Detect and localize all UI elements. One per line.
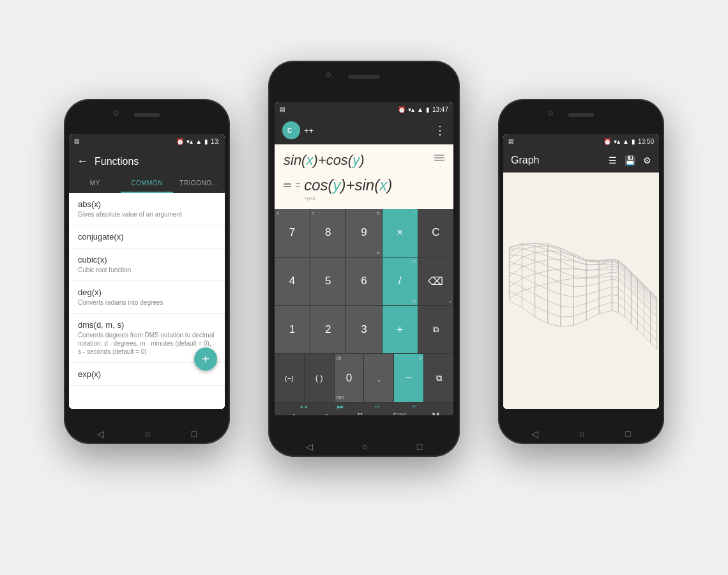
center-battery-icon: ▮ <box>426 106 430 113</box>
key-3[interactable]: 3 <box>346 306 381 354</box>
left-battery-icon: ▮ <box>204 138 208 145</box>
functions-screen: ← Functions MY COMMON TRIGONO... <box>69 148 225 409</box>
center-speaker <box>348 75 380 79</box>
key-1[interactable]: 1 <box>275 306 310 354</box>
functions-list: abs(x) Gives absolute value of an argume… <box>69 193 225 409</box>
graph-list-icon[interactable]: ☰ <box>609 155 617 165</box>
right-nav-bar: ◁ ○ □ <box>498 429 664 439</box>
left-nav-back[interactable]: ◁ <box>97 429 104 439</box>
func-name-deg: deg(x) <box>78 288 216 297</box>
list-item[interactable]: abs(x) Gives absolute value of an argume… <box>69 193 225 226</box>
center-time: 13:47 <box>432 106 448 113</box>
tab-my[interactable]: MY <box>69 174 121 193</box>
tab-common[interactable]: COMMON <box>121 174 172 193</box>
list-item[interactable]: cubic(x) Cubic root function <box>69 249 225 281</box>
func-name-abs: abs(x) <box>78 199 216 209</box>
calc-logo: C ++ <box>282 121 314 139</box>
graph-save-icon[interactable]: 💾 <box>625 155 635 165</box>
key-2[interactable]: 2 <box>310 306 345 354</box>
func-name-conjugate: conjugate(x) <box>78 232 216 241</box>
calc-toolbar: C ++ ⋮ <box>275 116 453 144</box>
left-time: 13: <box>211 138 220 145</box>
keys-row-3: 1 2 3 + ⧉ <box>275 306 453 354</box>
right-battery-icon: ▮ <box>632 138 635 145</box>
func-desc-cubic: Cubic root function <box>78 266 216 274</box>
app-logo-icon: C <box>282 121 300 139</box>
right-status-bar: ▤ ⏰ ▾▴ ▲ ▮ 13:50 <box>503 134 659 148</box>
left-nav-home[interactable]: ○ <box>145 429 150 439</box>
right-nav-back[interactable]: ◁ <box>531 429 538 439</box>
key-7[interactable]: x 7 <box>275 209 310 257</box>
key-negative[interactable]: (−) <box>275 354 304 402</box>
graph-view <box>503 172 659 409</box>
key-memory[interactable]: undo redo M <box>418 402 453 415</box>
calc-expression: sin(x)+cos(y) <box>284 152 365 172</box>
key-6[interactable]: 6 <box>346 257 381 305</box>
functions-tabs: MY COMMON TRIGONO... <box>69 174 225 193</box>
center-status-icon: ▤ <box>280 106 285 112</box>
right-signal-icon: ▾▴ <box>614 138 620 145</box>
center-nav-home[interactable]: ○ <box>362 441 367 452</box>
key-9[interactable]: π e 9 <box>346 209 381 257</box>
app-logo-text: ++ <box>304 126 314 135</box>
func-desc-abs: Gives absolute value of an argument <box>78 210 216 218</box>
right-wifi-icon: ▲ <box>623 138 629 145</box>
center-status-bar: ▤ ⏰ ▾▴ ▲ ▮ 13:47 <box>275 102 453 116</box>
left-camera <box>114 111 119 116</box>
right-nav-home[interactable]: ○ <box>579 429 584 439</box>
center-wifi-icon: ▲ <box>417 106 423 113</box>
keys-row-4: (−) ( ) 00 000 0 , . <box>275 354 453 402</box>
right-alarm-icon: ⏰ <box>603 138 611 145</box>
key-clear[interactable]: C <box>418 209 453 257</box>
center-screen: ▤ ⏰ ▾▴ ▲ ▮ 13:47 C <box>275 102 453 415</box>
list-item[interactable]: conjugate(x) <box>69 226 225 249</box>
tab-trigono[interactable]: TRIGONO... <box>173 174 225 193</box>
add-function-button[interactable]: + <box>194 348 217 371</box>
key-functions[interactable]: +f F(X) <box>383 402 418 415</box>
svg-rect-2 <box>503 172 659 409</box>
key-parens[interactable]: ( ) <box>305 354 334 402</box>
func-name-dms: dms(d, m, s) <box>78 320 216 330</box>
center-nav-back[interactable]: ◁ <box>306 441 313 452</box>
functions-title: Functions <box>95 156 139 167</box>
key-backspace[interactable]: √ ⌫ <box>418 257 453 305</box>
key-4[interactable]: 4 <box>275 257 310 305</box>
graph-settings-icon[interactable]: ⚙ <box>643 155 651 165</box>
calc-overflow-menu[interactable]: ⋮ <box>434 123 446 137</box>
center-alarm-icon: ⏰ <box>398 106 406 113</box>
phones-container: ▤ ⏰ ▾▴ ▲ ▮ 13: ← Functions MY <box>45 48 683 527</box>
func-name-cubic: cubic(x) <box>78 255 216 264</box>
right-nav-recents[interactable]: □ <box>626 429 631 439</box>
key-arrow-left[interactable]: ◄◄ ◄ <box>275 402 310 415</box>
key-constants[interactable]: +π Π,... <box>346 402 381 415</box>
functions-toolbar: ← Functions <box>69 148 225 174</box>
key-5[interactable]: 5 <box>310 257 345 305</box>
key-8[interactable]: t 8 <box>310 209 345 257</box>
phone-center: ▤ ⏰ ▾▴ ▲ ▮ 13:47 C <box>268 61 460 457</box>
graph-title: Graph <box>511 155 539 166</box>
func-desc-deg: Converts radians into degrees <box>78 298 216 307</box>
calc-keyboard: x 7 t 8 π e 9 ^ <box>275 209 453 415</box>
calc-screen: C ++ ⋮ sin(x)+cos(y) <box>275 116 453 415</box>
key-0[interactable]: 00 000 0 <box>335 354 364 402</box>
graph-toolbar: Graph ☰ 💾 ⚙ <box>503 148 659 172</box>
key-decimal[interactable]: , . <box>364 354 393 402</box>
key-minus[interactable]: ∂ − <box>394 354 423 402</box>
list-item[interactable]: deg(x) Converts radians into degrees <box>69 281 225 314</box>
back-button[interactable]: ← <box>77 155 88 168</box>
svg-text:C: C <box>287 127 292 134</box>
key-multiply[interactable]: ^ × <box>383 209 418 257</box>
key-paste[interactable]: ⧉ <box>424 354 453 402</box>
center-nav-recents[interactable]: □ <box>417 441 422 452</box>
left-nav-recents[interactable]: □ <box>192 429 197 439</box>
key-copy[interactable]: ⧉ <box>418 306 453 354</box>
graph-svg <box>503 172 659 409</box>
left-screen: ▤ ⏰ ▾▴ ▲ ▮ 13: ← Functions MY <box>69 134 225 409</box>
phone-right: ▤ ⏰ ▾▴ ▲ ▮ 13:50 Graph ☰ 💾 ⚙ <box>498 99 664 444</box>
center-camera <box>326 72 331 77</box>
key-plus[interactable]: + <box>383 306 418 354</box>
func-name-exp: exp(x) <box>78 369 216 379</box>
graph-actions: ☰ 💾 ⚙ <box>609 155 651 165</box>
key-arrow-right[interactable]: ▶▶ ► <box>310 402 345 415</box>
key-divide[interactable]: ^2 % / <box>383 257 418 305</box>
